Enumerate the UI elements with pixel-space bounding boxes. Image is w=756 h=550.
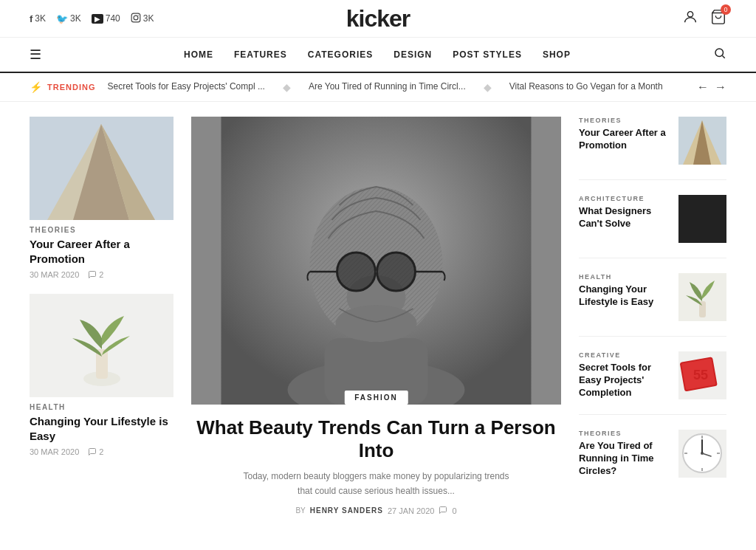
right-divider-3 [579, 336, 726, 337]
left-card-1-category: THEORIES [30, 226, 173, 234]
center-column: FASHION What Beauty Trends Can Turn a Pe… [191, 117, 561, 528]
svg-point-1 [134, 16, 138, 20]
hamburger-menu[interactable]: ☰ [30, 47, 41, 63]
featured-category-badge: FASHION [344, 391, 408, 405]
trending-items: Secret Tools for Easy Projects' Compl ..… [107, 81, 685, 94]
featured-excerpt: Today, modern beauty bloggers make money… [236, 470, 517, 498]
left-card-2-meta: 30 MAR 2020 2 [30, 447, 173, 456]
left-card-1-image [30, 117, 173, 220]
featured-comment-icon [439, 506, 447, 516]
twitter-count: 3K [70, 13, 81, 24]
svg-text:55: 55 [693, 368, 708, 382]
social-links: f 3K 🐦 3K ▶ 740 3K [30, 13, 154, 25]
cart-button[interactable]: 0 [710, 9, 726, 28]
trending-label: ⚡ TRENDING [30, 81, 95, 93]
svg-point-22 [337, 252, 376, 291]
youtube-social[interactable]: ▶ 740 [92, 13, 120, 24]
bolt-icon: ⚡ [30, 81, 43, 93]
nav-home[interactable]: HOME [184, 49, 213, 60]
right-card-1-title[interactable]: Your Career After a Promotion [579, 127, 671, 152]
nav-design[interactable]: DESIGN [394, 49, 432, 60]
twitter-icon: 🐦 [56, 13, 68, 24]
right-card-3-text: HEALTH Changing Your Lifestyle is Easy [579, 273, 671, 309]
site-title[interactable]: kicker [346, 5, 410, 32]
right-card-5-category: THEORIES [579, 430, 671, 437]
right-card-4-text: CREATIVE Secret Tools for Easy Projects'… [579, 351, 671, 399]
right-card-2: ARCHITECTURE What Designers Can't Solve [579, 195, 726, 243]
trending-next-button[interactable]: → [715, 80, 726, 94]
nav-post-styles[interactable]: POST STYLES [453, 49, 522, 60]
left-card-2-category: HEALTH [30, 403, 173, 411]
user-icon[interactable] [682, 9, 698, 28]
trending-bar: ⚡ TRENDING Secret Tools for Easy Project… [0, 73, 756, 102]
left-card-2-comments: 2 [88, 447, 103, 456]
youtube-count: 740 [106, 13, 120, 24]
left-card-2-title[interactable]: Changing Your Lifestyle is Easy [30, 414, 173, 443]
right-card-2-title[interactable]: What Designers Can't Solve [579, 205, 671, 230]
svg-point-3 [687, 12, 693, 17]
nav-features[interactable]: FEATURES [234, 49, 287, 60]
featured-image: FASHION [191, 117, 561, 405]
right-card-4-title[interactable]: Secret Tools for Easy Projects' Completi… [579, 362, 671, 399]
featured-date: 27 JAN 2020 [388, 506, 435, 515]
right-column: THEORIES Your Career After a Promotion A… [579, 117, 726, 528]
left-card-2-image [30, 294, 173, 397]
twitter-social[interactable]: 🐦 3K [56, 13, 81, 24]
svg-point-2 [137, 15, 138, 16]
instagram-count: 3K [143, 13, 154, 24]
left-card-1-comments: 2 [88, 270, 103, 279]
featured-comments: 0 [452, 506, 456, 515]
right-divider-2 [579, 258, 726, 258]
facebook-count: 3K [35, 13, 46, 24]
left-column: THEORIES Your Career After a Promotion 3… [30, 117, 173, 528]
nav-categories[interactable]: CATEGORIES [308, 49, 373, 60]
right-card-5-title[interactable]: Are You Tired of Running in Time Circles… [579, 440, 671, 478]
right-card-3: HEALTH Changing Your Lifestyle is Easy [579, 273, 726, 321]
right-divider-4 [579, 414, 726, 415]
left-card-1-title[interactable]: Your Career After a Promotion [30, 237, 173, 266]
right-card-4-image: 55 [678, 351, 726, 399]
right-card-1: THEORIES Your Career After a Promotion [579, 117, 726, 165]
right-card-4: CREATIVE Secret Tools for Easy Projects'… [579, 351, 726, 399]
right-card-1-text: THEORIES Your Career After a Promotion [579, 117, 671, 152]
right-card-3-title[interactable]: Changing Your Lifestyle is Easy [579, 283, 671, 309]
svg-point-5 [715, 49, 724, 57]
right-divider-1 [579, 179, 726, 180]
trending-prev-button[interactable]: ← [697, 80, 709, 94]
left-card-1: THEORIES Your Career After a Promotion 3… [30, 117, 173, 279]
featured-byline: BY HENRY SANDERS 27 JAN 2020 0 [191, 506, 561, 516]
trending-item-2[interactable]: Are You Tired of Running in Time Circl..… [309, 81, 466, 94]
facebook-icon: f [30, 13, 32, 24]
svg-rect-0 [131, 13, 140, 22]
nav-bar: ☰ HOME FEATURES CATEGORIES DESIGN POST S… [0, 38, 756, 73]
nav-links: HOME FEATURES CATEGORIES DESIGN POST STY… [184, 49, 571, 60]
featured-title[interactable]: What Beauty Trends Can Turn a Person Int… [191, 416, 561, 462]
facebook-social[interactable]: f 3K [30, 13, 46, 24]
top-bar: f 3K 🐦 3K ▶ 740 3K kicker [0, 0, 756, 38]
cart-count: 0 [721, 4, 731, 15]
left-card-2: HEALTH Changing Your Lifestyle is Easy 3… [30, 294, 173, 456]
left-card-2-date: 30 MAR 2020 [30, 447, 79, 456]
right-card-2-image [678, 195, 726, 243]
search-icon[interactable] [713, 47, 726, 63]
svg-rect-11 [30, 117, 173, 220]
right-card-5-text: THEORIES Are You Tired of Running in Tim… [579, 430, 671, 478]
right-card-5: THEORIES Are You Tired of Running in Tim… [579, 430, 726, 478]
trending-item-3[interactable]: Vital Reasons to Go Vegan for a Month [509, 81, 663, 94]
svg-point-21 [336, 305, 417, 342]
left-card-1-meta: 30 MAR 2020 2 [30, 270, 173, 279]
trending-nav: ← → [697, 80, 726, 94]
svg-point-23 [377, 252, 416, 291]
top-right-actions: 0 [682, 9, 726, 28]
right-card-4-category: CREATIVE [579, 351, 671, 359]
youtube-icon: ▶ [92, 14, 103, 24]
featured-author[interactable]: HENRY SANDERS [310, 506, 383, 515]
right-card-3-image [678, 273, 726, 321]
right-card-1-category: THEORIES [579, 117, 671, 124]
instagram-social[interactable]: 3K [131, 13, 154, 25]
nav-shop[interactable]: SHOP [543, 49, 571, 60]
right-card-2-category: ARCHITECTURE [579, 195, 671, 202]
svg-line-6 [722, 55, 724, 58]
featured-content: What Beauty Trends Can Turn a Person Int… [191, 405, 561, 528]
trending-item-1[interactable]: Secret Tools for Easy Projects' Compl ..… [107, 81, 264, 94]
